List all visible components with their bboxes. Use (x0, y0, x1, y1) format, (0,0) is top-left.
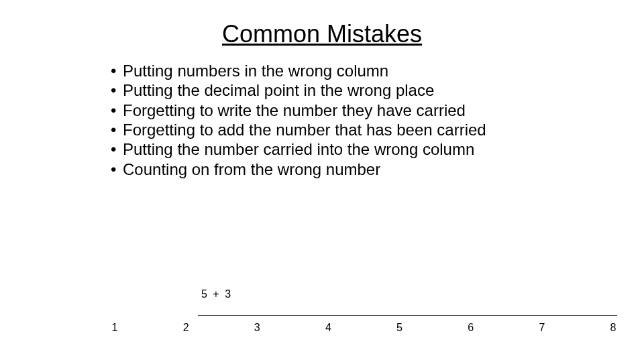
page-title: Common Mistakes (54, 20, 590, 48)
number-label: 5 (396, 322, 404, 334)
bullet-list: Putting numbers in the wrong column Putt… (111, 62, 550, 179)
line-gap (111, 315, 198, 316)
bullet-item: Putting numbers in the wrong column (111, 62, 550, 80)
number-label: 6 (467, 322, 475, 334)
number-label: 7 (538, 322, 546, 334)
number-line (111, 315, 617, 316)
number-line-diagram: 5 + 3 1 2 3 4 5 6 7 8 (111, 282, 617, 342)
bullet-item: Counting on from the wrong number (111, 160, 550, 179)
number-label: 3 (253, 322, 261, 334)
number-line-labels: 1 2 3 4 5 6 7 8 (111, 322, 617, 334)
number-label: 4 (324, 322, 332, 334)
slide: Common Mistakes Putting numbers in the w… (0, 0, 644, 362)
number-label: 1 (111, 322, 119, 334)
bullet-item: Forgetting to add the number that has be… (111, 121, 550, 139)
bullet-item: Forgetting to write the number they have… (111, 101, 550, 120)
number-label: 8 (609, 322, 617, 334)
expression-label: 5 + 3 (201, 288, 232, 300)
number-label: 2 (182, 322, 190, 334)
bullet-item: Putting the decimal point in the wrong p… (111, 81, 550, 100)
bullet-item: Putting the number carried into the wron… (111, 140, 550, 159)
